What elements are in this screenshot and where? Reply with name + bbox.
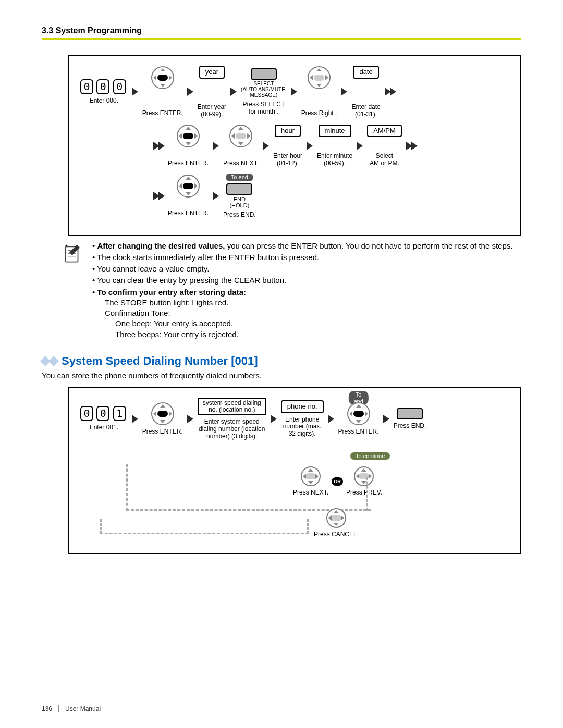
caption: Press Right .: [301, 110, 337, 117]
nav-cancel: Press CANCEL.: [314, 508, 359, 538]
nav-next: Press NEXT.: [223, 125, 259, 167]
to-end-pill: To end: [226, 174, 253, 181]
page-number: 136: [42, 705, 52, 712]
input-box: AM/PM: [367, 125, 402, 138]
digit-key: 0: [80, 79, 93, 94]
section-header: 3.3 System Programming: [42, 26, 521, 35]
digit-key: 0: [80, 406, 93, 421]
text: One beep: Your entry is accepted.: [115, 318, 512, 329]
footer-label: User Manual: [65, 705, 101, 712]
caption: Enter 000.: [90, 97, 118, 105]
year-field: year Enter year (00-99).: [198, 66, 226, 118]
diamond-bullet-icon: [42, 357, 57, 365]
to-continue-pill: To continue: [350, 451, 390, 460]
caption: Press END.: [394, 423, 426, 430]
phone-field: phone no. Enter phone number (max. 32 di…: [281, 400, 324, 438]
caption: Enter 001.: [90, 424, 118, 431]
text: Three beeps: Your entry is rejected.: [115, 329, 512, 340]
caption: Press ENTER.: [142, 110, 183, 117]
speed-dial-diagram: 0 0 1 Enter 001. Press ENTER. system spe…: [68, 387, 521, 554]
navigator-icon: [308, 66, 331, 89]
bold-text: After changing the desired values,: [97, 241, 225, 250]
text: You can clear the entry by pressing the …: [97, 276, 286, 285]
caption: Enter minute (00-59).: [317, 153, 352, 167]
end-step: To end END (HOLD) Press END.: [223, 174, 256, 219]
caption: Press ENTER.: [338, 428, 379, 436]
loop-path-right: [366, 477, 368, 511]
input-box: phone no.: [281, 400, 324, 413]
caption: Select AM or PM.: [370, 153, 399, 167]
caption: Enter hour (01-12).: [273, 153, 302, 167]
nav-enter: Press ENTER.: [168, 125, 209, 167]
caption: Press ENTER.: [168, 160, 209, 167]
ampm-field: AM/PM Select AM or PM.: [367, 125, 402, 168]
input-box: hour: [275, 125, 301, 138]
digit-key: 1: [113, 406, 126, 421]
caption: Press END.: [223, 212, 256, 219]
nav-enter: Press ENTER.: [142, 66, 183, 117]
title-text: System Speed Dialing Number [001]: [62, 354, 258, 368]
text: Confirmation Tone:: [105, 308, 512, 318]
text: you can press the ENTER button. You do n…: [225, 241, 512, 250]
loop-path: [126, 464, 371, 511]
page-footer: 136 User Manual: [42, 705, 101, 712]
notepad-icon: [63, 243, 82, 340]
input-box: year: [199, 66, 225, 79]
nav-enter-2: To end Press ENTER.: [338, 402, 379, 436]
svg-point-4: [66, 244, 68, 246]
digit-key: 0: [96, 79, 109, 94]
input-box: minute: [319, 125, 351, 138]
caption: Press ENTER.: [168, 210, 209, 217]
navigator-icon: [326, 508, 346, 528]
clock-diagram: 0 0 0 Enter 000. Press ENTER. year Enter…: [68, 55, 521, 236]
caption: Press SELECT for month .: [243, 101, 285, 116]
flow-arrow-double: [385, 83, 395, 101]
caption: Enter phone number (max. 32 digits).: [283, 416, 322, 438]
label: END (HOLD): [229, 196, 249, 208]
flow-arrow: [132, 83, 138, 101]
navigator-icon: [151, 402, 174, 425]
caption: Press NEXT.: [223, 160, 259, 167]
minute-field: minute Enter minute (00-59).: [317, 125, 352, 168]
location-field: system speed dialing no. (location no.) …: [198, 398, 266, 440]
header-rule: [42, 38, 521, 40]
grey-key: [397, 408, 423, 419]
text: You cannot leave a value empty.: [97, 264, 209, 273]
end-step: Press END.: [394, 408, 426, 430]
loop-path-lower: [100, 519, 309, 534]
input-box: date: [353, 66, 378, 79]
grey-key: [251, 68, 277, 80]
date-field: date Enter date (01-31).: [351, 66, 380, 118]
hour-field: hour Enter hour (01-12).: [273, 125, 302, 168]
grey-key: [226, 183, 252, 195]
nav-right: Press Right .: [301, 66, 337, 117]
digit-key: 0: [113, 79, 126, 94]
caption: Enter system speed dialing number (locat…: [199, 418, 265, 440]
bold-text: To confirm your entry after storing data…: [97, 288, 246, 297]
section-title: System Speed Dialing Number [001]: [42, 354, 521, 368]
input-box: system speed dialing no. (location no.): [198, 398, 266, 415]
text: The STORE button light: Lights red.: [105, 298, 512, 308]
navigator-icon: [151, 66, 174, 89]
caption: Enter date (01-31).: [351, 104, 380, 118]
section-description: You can store the phone numbers of frequ…: [42, 371, 521, 380]
label: SELECT (AUTO ANS/MUTE, MESSAGE): [241, 81, 287, 98]
digits-001: 0 0 1 Enter 001.: [80, 406, 128, 431]
navigator-icon: [347, 402, 370, 425]
nav-enter: Press ENTER.: [142, 402, 183, 436]
text: The clock starts immediately after the E…: [97, 253, 319, 262]
digit-key: 0: [96, 406, 109, 421]
note-block: • After changing the desired values, you…: [63, 241, 521, 340]
note-text: • After changing the desired values, you…: [92, 241, 512, 340]
nav-enter: Press ENTER.: [168, 175, 209, 217]
navigator-icon: [177, 125, 200, 147]
label: no. (location no.): [203, 406, 261, 413]
navigator-icon: [177, 175, 200, 198]
caption: Press CANCEL.: [314, 531, 359, 538]
caption: Enter year (00-99).: [198, 104, 226, 118]
select-month: SELECT (AUTO ANS/MUTE, MESSAGE) Press SE…: [241, 68, 287, 116]
navigator-icon: [229, 125, 252, 147]
digits-000: 0 0 0 Enter 000.: [80, 79, 128, 105]
caption: Press ENTER.: [142, 428, 183, 436]
